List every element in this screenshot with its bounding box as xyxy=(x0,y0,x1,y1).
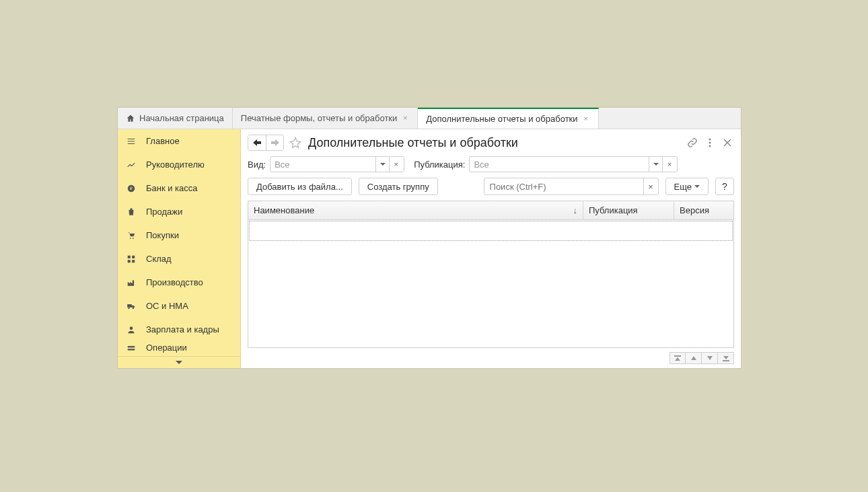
close-icon[interactable]: × xyxy=(582,115,590,123)
sidebar-item-assets[interactable]: ОС и НМА xyxy=(118,294,240,318)
more-button-label: Еще xyxy=(674,182,692,192)
column-version[interactable]: Версия xyxy=(674,201,733,219)
ruble-icon: ₽ xyxy=(126,183,137,194)
chart-line-icon xyxy=(126,160,137,170)
page-title: Дополнительные отчеты и обработки xyxy=(308,136,518,150)
link-button[interactable] xyxy=(686,136,699,149)
svg-rect-12 xyxy=(128,349,135,350)
factory-icon xyxy=(126,277,137,288)
menu-icon xyxy=(126,136,137,147)
create-group-button[interactable]: Создать группу xyxy=(359,178,438,195)
svg-rect-4 xyxy=(128,255,131,258)
table-body[interactable] xyxy=(248,220,733,347)
help-button[interactable]: ? xyxy=(715,178,734,195)
nav-back-button[interactable] xyxy=(248,135,266,150)
nav-forward-button[interactable] xyxy=(266,135,283,150)
grid-icon xyxy=(126,254,137,265)
data-table: Наименование ↓ Публикация Версия xyxy=(248,201,734,348)
page-header: Дополнительные отчеты и обработки xyxy=(248,135,734,151)
sidebar-item-hr[interactable]: Зарплата и кадры xyxy=(118,318,240,341)
chevron-down-icon[interactable] xyxy=(375,157,389,172)
svg-point-10 xyxy=(130,326,133,330)
column-publication[interactable]: Публикация xyxy=(583,201,674,219)
sidebar-item-warehouse[interactable]: Склад xyxy=(118,247,240,271)
table-empty-row[interactable] xyxy=(249,221,733,241)
filter-row: Вид: × Публикация: × xyxy=(248,156,734,172)
home-icon xyxy=(126,114,135,123)
sidebar-item-label: Производство xyxy=(146,277,203,287)
filter-pub-input[interactable] xyxy=(470,157,649,172)
add-from-file-button[interactable]: Добавить из файла... xyxy=(248,178,352,195)
filter-kind-input[interactable] xyxy=(270,157,375,172)
create-group-label: Создать группу xyxy=(367,182,429,192)
cart-icon xyxy=(126,230,137,241)
svg-rect-6 xyxy=(128,260,131,262)
favorite-button[interactable] xyxy=(288,135,303,150)
sidebar-item-production[interactable]: Производство xyxy=(118,271,240,294)
clear-icon[interactable]: × xyxy=(662,157,676,172)
svg-rect-16 xyxy=(674,355,681,357)
more-button[interactable]: Еще xyxy=(665,178,709,195)
svg-rect-7 xyxy=(132,260,135,262)
sidebar-item-sales[interactable]: Продажи xyxy=(118,200,240,223)
column-publication-label: Публикация xyxy=(589,205,638,215)
more-menu-button[interactable] xyxy=(703,136,717,149)
sidebar-item-label: ОС и НМА xyxy=(146,301,188,311)
chevron-down-icon xyxy=(176,361,182,365)
sidebar-item-manager[interactable]: Руководителю xyxy=(118,153,240,176)
tab-print-forms-label: Печатные формы, отчеты и обработки xyxy=(241,113,398,123)
sidebar-items: Главное Руководителю ₽ Банк и касса xyxy=(118,129,240,356)
sidebar-item-label: Зарплата и кадры xyxy=(146,324,219,335)
svg-point-8 xyxy=(128,307,129,308)
search-field[interactable]: × xyxy=(484,178,659,195)
goto-last-button[interactable] xyxy=(718,352,734,364)
clear-icon[interactable]: × xyxy=(643,178,658,195)
operations-icon xyxy=(126,343,137,353)
sidebar: Главное Руководителю ₽ Банк и касса xyxy=(118,129,241,368)
filter-pub-label: Публикация: xyxy=(414,160,465,170)
svg-rect-17 xyxy=(723,360,729,361)
svg-point-15 xyxy=(709,145,711,147)
toolbar: Добавить из файла... Создать группу × Ещ… xyxy=(248,178,734,195)
column-name[interactable]: Наименование ↓ xyxy=(248,201,583,219)
sidebar-item-bank[interactable]: ₽ Банк и касса xyxy=(118,176,240,200)
main-area: Главное Руководителю ₽ Банк и касса xyxy=(118,129,741,368)
sidebar-item-label: Продажи xyxy=(146,207,182,217)
svg-rect-11 xyxy=(128,346,135,347)
close-icon[interactable]: × xyxy=(401,114,409,122)
sidebar-item-label: Склад xyxy=(146,254,172,264)
filter-kind-combo[interactable]: × xyxy=(270,156,404,172)
svg-point-2 xyxy=(130,238,131,239)
tab-home[interactable]: Начальная страница xyxy=(118,108,233,129)
nav-buttons xyxy=(248,135,284,151)
sidebar-item-label: Банк и касса xyxy=(146,183,198,193)
sidebar-item-label: Главное xyxy=(146,136,180,146)
tab-additional-reports[interactable]: Дополнительные отчеты и обработки × xyxy=(418,108,598,129)
search-input[interactable] xyxy=(484,178,643,195)
goto-next-button[interactable] xyxy=(702,352,718,364)
tab-print-forms[interactable]: Печатные формы, отчеты и обработки × xyxy=(233,108,419,129)
goto-first-button[interactable] xyxy=(670,352,686,364)
sidebar-item-purchases[interactable]: Покупки xyxy=(118,223,240,247)
column-version-label: Версия xyxy=(680,205,709,215)
sidebar-item-label: Операции xyxy=(146,343,187,353)
tabbar: Начальная страница Печатные формы, отчет… xyxy=(118,108,741,129)
add-from-file-label: Добавить из файла... xyxy=(256,182,343,192)
clear-icon[interactable]: × xyxy=(389,157,402,172)
help-label: ? xyxy=(722,181,727,192)
svg-text:₽: ₽ xyxy=(130,186,133,190)
sidebar-item-main[interactable]: Главное xyxy=(118,129,240,153)
close-panel-button[interactable] xyxy=(721,136,734,149)
filter-pub-combo[interactable]: × xyxy=(469,156,678,172)
sidebar-item-operations[interactable]: Операции xyxy=(118,341,240,355)
truck-icon xyxy=(126,301,137,312)
bag-icon xyxy=(126,207,137,217)
filter-kind-label: Вид: xyxy=(248,160,266,170)
sort-asc-icon: ↓ xyxy=(573,205,578,215)
goto-prev-button[interactable] xyxy=(686,352,702,364)
table-header: Наименование ↓ Публикация Версия xyxy=(248,201,733,220)
app-window: Начальная страница Печатные формы, отчет… xyxy=(117,107,742,369)
svg-point-13 xyxy=(709,139,711,141)
chevron-down-icon[interactable] xyxy=(649,157,662,172)
sidebar-collapse[interactable] xyxy=(118,356,240,368)
